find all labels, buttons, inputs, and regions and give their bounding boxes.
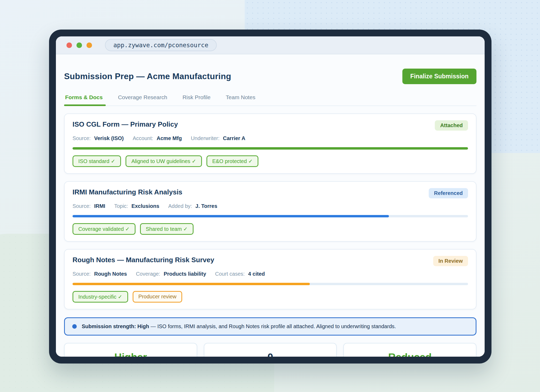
stat-value: 0 xyxy=(209,351,332,357)
progress-bar xyxy=(73,283,468,285)
page-content: Submission Prep — Acme Manufacturing Fin… xyxy=(56,54,485,357)
progress-bar xyxy=(73,147,468,150)
document-card-header: IRMI Manufacturing Risk Analysis Referen… xyxy=(73,188,468,198)
meta-label: Underwriter: xyxy=(191,135,220,141)
browser-window: app.zywave.com/pconesource Submission Pr… xyxy=(56,36,485,357)
meta-pair: Source: Rough Notes xyxy=(73,271,127,277)
stat-value: Reduced xyxy=(349,351,471,357)
chip-eo-protected: E&O protected ✓ xyxy=(206,155,259,167)
tab-risk-profile[interactable]: Risk Profile xyxy=(182,94,210,106)
meta-pair: Source: IRMI xyxy=(73,203,105,209)
progress-fill xyxy=(73,147,468,150)
meta-value: IRMI xyxy=(94,203,105,209)
meta-label: Court cases: xyxy=(215,271,245,277)
meta-pair: Topic: Exclusions xyxy=(114,203,159,209)
meta-value: Verisk (ISO) xyxy=(94,135,124,141)
tab-bar: Forms & Docs Coverage Research Risk Prof… xyxy=(64,94,476,106)
status-badge: Attached xyxy=(435,120,468,131)
progress-bar xyxy=(73,215,468,217)
meta-value: Exclusions xyxy=(131,203,159,209)
document-meta: Source: Rough Notes Coverage: Products l… xyxy=(73,271,468,277)
chip-shared-to-team: Shared to team ✓ xyxy=(140,223,194,235)
chip-coverage-validated: Coverage validated ✓ xyxy=(73,223,136,235)
document-card-header: ISO CGL Form — Primary Policy Attached xyxy=(73,120,468,131)
meta-pair: Court cases: 4 cited xyxy=(215,271,265,277)
chip-row: Industry-specific ✓ Producer review xyxy=(73,291,468,303)
submission-strength-text: Submission strength: High — ISO forms, I… xyxy=(82,323,396,329)
status-badge: Referenced xyxy=(429,188,468,198)
meta-value: Acme Mfg xyxy=(157,135,182,141)
stat-value: Higher xyxy=(69,351,192,357)
chip-aligned-uw: Aligned to UW guidelines ✓ xyxy=(126,155,202,167)
traffic-light-red-icon[interactable] xyxy=(66,42,72,48)
document-title: IRMI Manufacturing Risk Analysis xyxy=(73,188,182,196)
submission-strength-detail: — ISO forms, IRMI analysis, and Rough No… xyxy=(149,323,396,329)
browser-topbar: app.zywave.com/pconesource xyxy=(56,36,485,54)
meta-value: Carrier A xyxy=(223,135,245,141)
finalize-submission-button[interactable]: Finalize Submission xyxy=(402,69,476,84)
meta-value: Rough Notes xyxy=(94,271,127,277)
progress-fill xyxy=(73,283,310,285)
meta-label: Added by: xyxy=(168,203,192,209)
meta-pair: Source: Verisk (ISO) xyxy=(73,135,124,141)
chip-row: Coverage validated ✓ Shared to team ✓ xyxy=(73,223,468,235)
meta-label: Source: xyxy=(73,135,91,141)
meta-value: Products liability xyxy=(164,271,206,277)
meta-pair: Account: Acme Mfg xyxy=(133,135,182,141)
meta-label: Source: xyxy=(73,203,91,209)
chip-row: ISO standard ✓ Aligned to UW guidelines … xyxy=(73,155,468,167)
meta-pair: Added by: J. Torres xyxy=(168,203,217,209)
meta-label: Coverage: xyxy=(136,271,160,277)
meta-value: 4 cited xyxy=(248,271,265,277)
meta-label: Source: xyxy=(73,271,91,277)
traffic-light-orange-icon[interactable] xyxy=(86,42,92,48)
chip-industry-specific: Industry-specific ✓ xyxy=(73,291,128,303)
url-text: app.zywave.com/pconesource xyxy=(113,42,208,49)
document-meta: Source: Verisk (ISO) Account: Acme Mfg U… xyxy=(73,135,468,141)
chip-producer-review: Producer review xyxy=(133,291,182,303)
stat-card-eo-exposure: Reduced E&O exposure xyxy=(343,343,476,357)
meta-label: Account: xyxy=(133,135,153,141)
document-meta: Source: IRMI Topic: Exclusions Added by:… xyxy=(73,203,468,209)
meta-value: J. Torres xyxy=(195,203,217,209)
status-badge: In Review xyxy=(433,256,468,266)
chip-iso-standard: ISO standard ✓ xyxy=(73,155,121,167)
page-header: Submission Prep — Acme Manufacturing Fin… xyxy=(64,69,476,84)
submission-strength-banner: Submission strength: High — ISO forms, I… xyxy=(64,317,476,336)
browser-frame: app.zywave.com/pconesource Submission Pr… xyxy=(49,30,491,364)
document-card-iso-cgl: ISO CGL Form — Primary Policy Attached S… xyxy=(64,113,476,174)
stat-card-vendor-portals: 0 vendor portals switched xyxy=(204,343,337,357)
page-title: Submission Prep — Acme Manufacturing xyxy=(64,71,231,81)
stat-card-acceptance: Higher acceptance rates xyxy=(64,343,197,357)
status-dot-icon xyxy=(72,324,77,329)
document-title: Rough Notes — Manufacturing Risk Survey xyxy=(73,256,214,264)
meta-pair: Underwriter: Carrier A xyxy=(191,135,245,141)
document-card-header: Rough Notes — Manufacturing Risk Survey … xyxy=(73,256,468,266)
meta-pair: Coverage: Products liability xyxy=(136,271,206,277)
document-title: ISO CGL Form — Primary Policy xyxy=(73,120,178,128)
tab-forms-docs[interactable]: Forms & Docs xyxy=(65,94,103,106)
document-card-rough-notes: Rough Notes — Manufacturing Risk Survey … xyxy=(64,249,476,309)
tab-coverage-research[interactable]: Coverage Research xyxy=(118,94,167,106)
progress-fill xyxy=(73,215,389,217)
document-card-irmi: IRMI Manufacturing Risk Analysis Referen… xyxy=(64,181,476,242)
submission-strength-label: Submission strength: High xyxy=(82,323,149,329)
tab-team-notes[interactable]: Team Notes xyxy=(226,94,255,106)
url-bar[interactable]: app.zywave.com/pconesource xyxy=(105,39,217,51)
meta-label: Topic: xyxy=(114,203,128,209)
stats-row: Higher acceptance rates 0 vendor portals… xyxy=(64,343,476,357)
traffic-light-green-icon[interactable] xyxy=(76,42,82,48)
